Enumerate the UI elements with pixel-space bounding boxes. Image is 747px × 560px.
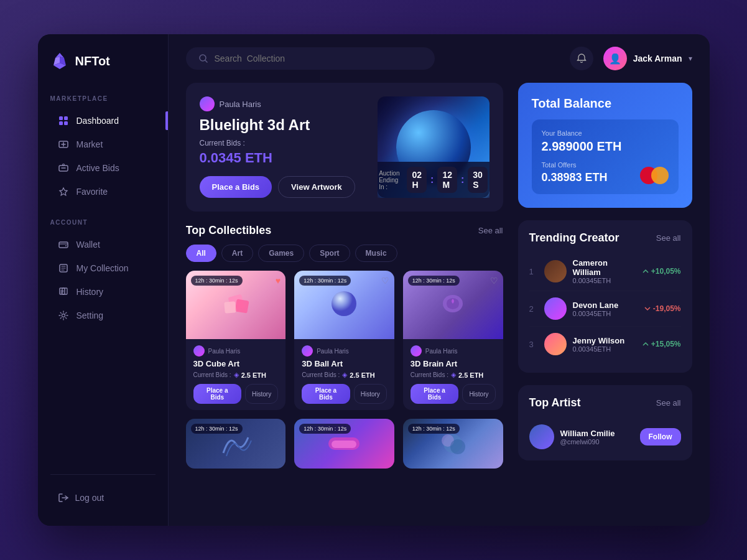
list-item: 1 Cameron William 0.00345ETH +10,05%: [529, 252, 681, 291]
card-like-icon[interactable]: ♡: [381, 276, 389, 286]
card-history-button[interactable]: History: [354, 384, 387, 404]
logout-area: Log out: [50, 474, 155, 508]
list-item[interactable]: 12h : 30min : 12s ♡ Paula Haris 3D Brain…: [403, 271, 503, 410]
card-like-icon[interactable]: ♥: [276, 276, 281, 286]
list-item[interactable]: 12h : 30min : 12s ♥ Paula Haris 3D Cube …: [186, 271, 286, 410]
filter-music[interactable]: Music: [355, 245, 397, 262]
account-label: ACCOUNT: [50, 219, 155, 226]
card-place-bid-button[interactable]: Place a Bids: [193, 384, 242, 404]
card-body: Paula Haris 3D Ball Art Current Bids : ◈…: [294, 339, 394, 410]
collectibles-header: Top Collectibles See all: [186, 224, 503, 237]
filter-all[interactable]: All: [186, 245, 216, 262]
trend-down-icon: [644, 305, 651, 312]
card-bid-value: 2.5 ETH: [241, 371, 266, 379]
balance-inner: Your Balance 2.989000 ETH Total Offers 0…: [532, 119, 679, 194]
card-place-bid-button[interactable]: Place a Bids: [302, 384, 350, 404]
card-image-spiral: 12h : 30min : 12s: [186, 419, 286, 469]
hero-creator-avatar: [200, 96, 215, 111]
card-title: 3D Cube Art: [193, 359, 279, 368]
card-bid-label: Current Bids :: [302, 371, 340, 378]
collection-label: My Collection: [77, 263, 129, 273]
card-place-bid-button[interactable]: Place a Bids: [411, 384, 459, 404]
logout-button[interactable]: Log out: [50, 487, 155, 508]
hero-title: Bluelight 3d Art: [200, 116, 365, 134]
sidebar-item-history[interactable]: History: [50, 281, 155, 303]
svg-point-22: [332, 291, 356, 316]
your-balance-label: Your Balance: [542, 129, 669, 137]
card-buttons: Place a Bids History: [411, 384, 496, 404]
card-creator: Paula Haris: [411, 345, 496, 357]
search-box[interactable]: [186, 47, 435, 70]
card-creator-avatar: [193, 345, 205, 357]
trending-name: Devon Lane: [573, 301, 638, 310]
svg-point-13: [65, 245, 67, 246]
svg-rect-25: [332, 441, 356, 448]
chevron-down-icon: ▾: [689, 54, 692, 63]
timer-seconds: 30 S: [468, 167, 488, 193]
trending-name: Cameron William: [573, 258, 636, 277]
collectibles-grid-2: 12h : 30min : 12s 12h : 30min : 12s: [186, 419, 503, 469]
card-bid-value: 2.5 ETH: [458, 371, 483, 379]
artist-handle: @cmelwi090: [560, 438, 634, 446]
filter-games[interactable]: Games: [258, 245, 304, 262]
auction-timer: Auction Ending In : 02 H : 12 M : 30 S: [378, 162, 489, 198]
card-timer: 12h : 30min : 12s: [299, 424, 351, 434]
auction-label: Auction Ending In :: [379, 170, 399, 190]
user-profile[interactable]: 👤 Jack Arman ▾: [603, 47, 692, 70]
history-label: History: [77, 287, 104, 297]
view-artwork-button[interactable]: View Artwork: [278, 176, 355, 198]
trending-see-all[interactable]: See all: [656, 233, 681, 243]
svg-rect-4: [59, 116, 63, 120]
timer-minutes: 12 M: [437, 167, 457, 193]
place-bid-button[interactable]: Place a Bids: [200, 176, 272, 198]
collectibles-see-all[interactable]: See all: [478, 226, 503, 235]
sidebar-item-dashboard[interactable]: Dashboard: [50, 110, 155, 132]
sidebar-item-setting[interactable]: Setting: [50, 304, 155, 327]
timer-hours: 02 H: [407, 167, 427, 193]
trending-info: Devon Lane 0.00345ETH: [573, 301, 638, 317]
list-item[interactable]: 12h : 30min : 12s: [403, 419, 503, 469]
card-timer: 12h : 30min : 12s: [299, 276, 351, 286]
filter-art[interactable]: Art: [221, 245, 253, 262]
card-like-icon[interactable]: ♡: [490, 276, 498, 286]
trending-value: 0.00345ETH: [573, 310, 638, 317]
artist-name: William Cmilie: [560, 429, 634, 438]
artist-header: Top Artist See all: [529, 396, 681, 409]
bell-icon: [577, 54, 587, 63]
list-item[interactable]: 12h : 30min : 12s: [186, 419, 286, 469]
search-input[interactable]: [215, 54, 422, 63]
card-timer: 12h : 30min : 12s: [408, 276, 460, 286]
card-history-button[interactable]: History: [462, 384, 495, 404]
collectibles-title: Top Collectibles: [186, 224, 272, 237]
market-icon: [58, 139, 69, 150]
logo-area: NFTot: [50, 52, 155, 70]
marketplace-section: MARKETPLACE Dashboard: [50, 90, 155, 204]
sidebar: NFTot MARKETPLACE Dashboard: [38, 34, 169, 526]
trending-change: -19,05%: [644, 304, 681, 313]
logout-label: Log out: [75, 493, 104, 503]
sidebar-item-active-bids[interactable]: Active Bids: [50, 157, 155, 179]
list-item[interactable]: 12h : 30min : 12s: [294, 419, 394, 469]
sidebar-item-favorite[interactable]: Favorite: [50, 180, 155, 203]
trending-value: 0.00345ETH: [573, 345, 636, 353]
card-history-button[interactable]: History: [245, 384, 278, 404]
card-image-brain: 12h : 30min : 12s ♡: [403, 271, 503, 339]
follow-button[interactable]: Follow: [640, 428, 681, 446]
active-bids-icon: [58, 162, 69, 174]
eth-icon: ◈: [234, 371, 239, 379]
notification-button[interactable]: [570, 47, 593, 70]
card-creator-name: Paula Haris: [425, 348, 458, 355]
collection-icon: [58, 263, 69, 274]
svg-point-17: [62, 314, 65, 317]
svg-rect-12: [59, 242, 68, 248]
artist-see-all[interactable]: See all: [656, 398, 681, 408]
sidebar-item-wallet[interactable]: Wallet: [50, 233, 155, 256]
artist-info: William Cmilie @cmelwi090: [560, 429, 634, 446]
list-item[interactable]: 12h : 30min : 12s ♡ Paula Haris 3D Ball …: [294, 271, 394, 410]
sidebar-item-collection[interactable]: My Collection: [50, 257, 155, 279]
mastercard-icon: [640, 167, 669, 184]
trending-avatar: [544, 260, 567, 282]
filter-sport[interactable]: Sport: [309, 245, 350, 262]
sidebar-item-market[interactable]: Market: [50, 133, 155, 156]
card-body: Paula Haris 3D Cube Art Current Bids : ◈…: [186, 339, 286, 410]
